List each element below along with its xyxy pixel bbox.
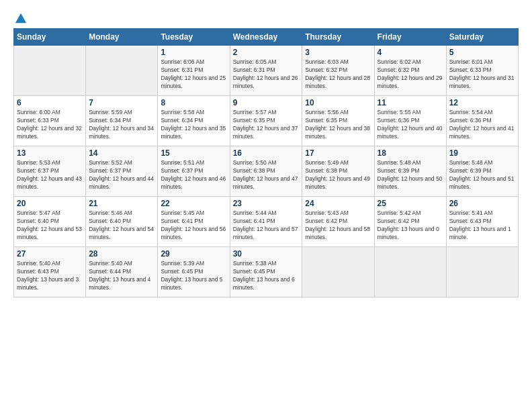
calendar-cell: 24Sunrise: 5:43 AMSunset: 6:42 PMDayligh… xyxy=(302,197,374,247)
day-number: 2 xyxy=(233,48,300,57)
day-info: Sunrise: 5:40 AMSunset: 6:43 PMDaylight:… xyxy=(17,260,83,292)
calendar-cell: 8Sunrise: 5:58 AMSunset: 6:34 PMDaylight… xyxy=(158,96,230,146)
col-header-tuesday: Tuesday xyxy=(158,29,230,46)
day-number: 11 xyxy=(378,98,443,107)
day-info: Sunrise: 5:51 AMSunset: 6:37 PMDaylight:… xyxy=(161,159,226,191)
day-number: 3 xyxy=(305,48,371,57)
day-number: 29 xyxy=(161,249,226,259)
day-number: 16 xyxy=(233,148,300,158)
day-number: 12 xyxy=(449,98,515,107)
day-number: 4 xyxy=(378,48,443,57)
calendar-cell: 2Sunrise: 6:05 AMSunset: 6:31 PMDaylight… xyxy=(230,46,302,96)
day-number: 23 xyxy=(233,199,300,208)
calendar-cell: 17Sunrise: 5:49 AMSunset: 6:38 PMDayligh… xyxy=(302,146,374,197)
day-info: Sunrise: 5:50 AMSunset: 6:38 PMDaylight:… xyxy=(233,159,300,191)
col-header-thursday: Thursday xyxy=(302,29,374,46)
col-header-friday: Friday xyxy=(374,29,446,46)
day-number: 26 xyxy=(449,199,515,208)
day-info: Sunrise: 6:00 AMSunset: 6:33 PMDaylight:… xyxy=(17,109,83,141)
day-info: Sunrise: 5:54 AMSunset: 6:36 PMDaylight:… xyxy=(449,109,515,141)
calendar-cell: 6Sunrise: 6:00 AMSunset: 6:33 PMDaylight… xyxy=(14,96,86,146)
calendar-cell: 21Sunrise: 5:46 AMSunset: 6:40 PMDayligh… xyxy=(86,197,158,247)
day-info: Sunrise: 5:47 AMSunset: 6:40 PMDaylight:… xyxy=(17,210,83,242)
day-number: 6 xyxy=(17,98,83,107)
calendar-cell: 5Sunrise: 6:01 AMSunset: 6:33 PMDaylight… xyxy=(446,46,518,96)
calendar-cell xyxy=(446,247,518,298)
calendar-cell: 15Sunrise: 5:51 AMSunset: 6:37 PMDayligh… xyxy=(158,146,230,197)
day-number: 10 xyxy=(305,98,371,107)
day-info: Sunrise: 6:05 AMSunset: 6:31 PMDaylight:… xyxy=(233,58,300,91)
calendar-cell: 16Sunrise: 5:50 AMSunset: 6:38 PMDayligh… xyxy=(230,146,302,197)
day-info: Sunrise: 5:55 AMSunset: 6:36 PMDaylight:… xyxy=(378,109,443,141)
day-info: Sunrise: 5:49 AMSunset: 6:38 PMDaylight:… xyxy=(305,159,371,191)
day-info: Sunrise: 5:48 AMSunset: 6:39 PMDaylight:… xyxy=(378,159,443,191)
day-info: Sunrise: 5:38 AMSunset: 6:45 PMDaylight:… xyxy=(233,260,300,292)
logo xyxy=(13,12,27,23)
calendar-cell: 18Sunrise: 5:48 AMSunset: 6:39 PMDayligh… xyxy=(374,146,446,197)
day-info: Sunrise: 5:44 AMSunset: 6:41 PMDaylight:… xyxy=(233,210,300,242)
day-info: Sunrise: 5:46 AMSunset: 6:40 PMDaylight:… xyxy=(89,210,154,242)
page-header xyxy=(13,12,519,23)
calendar-cell: 3Sunrise: 6:03 AMSunset: 6:32 PMDaylight… xyxy=(302,46,374,96)
col-header-sunday: Sunday xyxy=(14,29,86,46)
logo-icon xyxy=(15,12,27,24)
calendar-cell: 14Sunrise: 5:52 AMSunset: 6:37 PMDayligh… xyxy=(86,146,158,197)
day-number: 28 xyxy=(89,249,154,259)
calendar-cell: 10Sunrise: 5:56 AMSunset: 6:35 PMDayligh… xyxy=(302,96,374,146)
calendar-cell: 28Sunrise: 5:40 AMSunset: 6:44 PMDayligh… xyxy=(86,247,158,298)
calendar-cell: 29Sunrise: 5:39 AMSunset: 6:45 PMDayligh… xyxy=(158,247,230,298)
day-number: 1 xyxy=(161,48,226,57)
calendar-table: SundayMondayTuesdayWednesdayThursdayFrid… xyxy=(13,28,519,298)
day-info: Sunrise: 5:40 AMSunset: 6:44 PMDaylight:… xyxy=(89,260,154,292)
day-number: 15 xyxy=(161,148,226,158)
day-info: Sunrise: 5:42 AMSunset: 6:42 PMDaylight:… xyxy=(378,210,443,242)
day-number: 19 xyxy=(449,148,515,158)
day-number: 5 xyxy=(449,48,515,57)
calendar-cell: 22Sunrise: 5:45 AMSunset: 6:41 PMDayligh… xyxy=(158,197,230,247)
calendar-cell: 9Sunrise: 5:57 AMSunset: 6:35 PMDaylight… xyxy=(230,96,302,146)
day-number: 30 xyxy=(233,249,300,259)
day-number: 7 xyxy=(89,98,154,107)
day-number: 22 xyxy=(161,199,226,208)
calendar-cell: 13Sunrise: 5:53 AMSunset: 6:37 PMDayligh… xyxy=(14,146,86,197)
col-header-wednesday: Wednesday xyxy=(230,29,302,46)
day-info: Sunrise: 6:02 AMSunset: 6:32 PMDaylight:… xyxy=(378,58,443,91)
calendar-cell: 26Sunrise: 5:41 AMSunset: 6:43 PMDayligh… xyxy=(446,197,518,247)
day-info: Sunrise: 6:03 AMSunset: 6:32 PMDaylight:… xyxy=(305,58,371,91)
day-number: 21 xyxy=(89,199,154,208)
day-number: 27 xyxy=(17,249,83,259)
calendar-cell: 23Sunrise: 5:44 AMSunset: 6:41 PMDayligh… xyxy=(230,197,302,247)
day-info: Sunrise: 5:41 AMSunset: 6:43 PMDaylight:… xyxy=(449,210,515,242)
calendar-cell: 1Sunrise: 6:06 AMSunset: 6:31 PMDaylight… xyxy=(158,46,230,96)
svg-marker-0 xyxy=(15,13,26,23)
calendar-cell xyxy=(302,247,374,298)
calendar-cell: 11Sunrise: 5:55 AMSunset: 6:36 PMDayligh… xyxy=(374,96,446,146)
day-info: Sunrise: 5:52 AMSunset: 6:37 PMDaylight:… xyxy=(89,159,154,191)
day-number: 20 xyxy=(17,199,83,208)
day-number: 9 xyxy=(233,98,300,107)
calendar-cell: 25Sunrise: 5:42 AMSunset: 6:42 PMDayligh… xyxy=(374,197,446,247)
day-info: Sunrise: 5:43 AMSunset: 6:42 PMDaylight:… xyxy=(305,210,371,242)
day-info: Sunrise: 5:45 AMSunset: 6:41 PMDaylight:… xyxy=(161,210,226,242)
day-info: Sunrise: 6:01 AMSunset: 6:33 PMDaylight:… xyxy=(449,58,515,91)
col-header-monday: Monday xyxy=(86,29,158,46)
calendar-cell xyxy=(374,247,446,298)
day-info: Sunrise: 5:39 AMSunset: 6:45 PMDaylight:… xyxy=(161,260,226,292)
day-info: Sunrise: 5:48 AMSunset: 6:39 PMDaylight:… xyxy=(449,159,515,191)
day-number: 13 xyxy=(17,148,83,158)
calendar-cell: 30Sunrise: 5:38 AMSunset: 6:45 PMDayligh… xyxy=(230,247,302,298)
day-number: 14 xyxy=(89,148,154,158)
calendar-cell: 12Sunrise: 5:54 AMSunset: 6:36 PMDayligh… xyxy=(446,96,518,146)
day-info: Sunrise: 5:53 AMSunset: 6:37 PMDaylight:… xyxy=(17,159,83,191)
day-number: 25 xyxy=(378,199,443,208)
calendar-cell: 20Sunrise: 5:47 AMSunset: 6:40 PMDayligh… xyxy=(14,197,86,247)
day-info: Sunrise: 5:57 AMSunset: 6:35 PMDaylight:… xyxy=(233,109,300,141)
day-info: Sunrise: 5:56 AMSunset: 6:35 PMDaylight:… xyxy=(305,109,371,141)
day-info: Sunrise: 6:06 AMSunset: 6:31 PMDaylight:… xyxy=(161,58,226,91)
day-number: 24 xyxy=(305,199,371,208)
day-info: Sunrise: 5:58 AMSunset: 6:34 PMDaylight:… xyxy=(161,109,226,141)
calendar-cell: 27Sunrise: 5:40 AMSunset: 6:43 PMDayligh… xyxy=(14,247,86,298)
calendar-cell xyxy=(14,46,86,96)
calendar-cell xyxy=(86,46,158,96)
col-header-saturday: Saturday xyxy=(446,29,518,46)
